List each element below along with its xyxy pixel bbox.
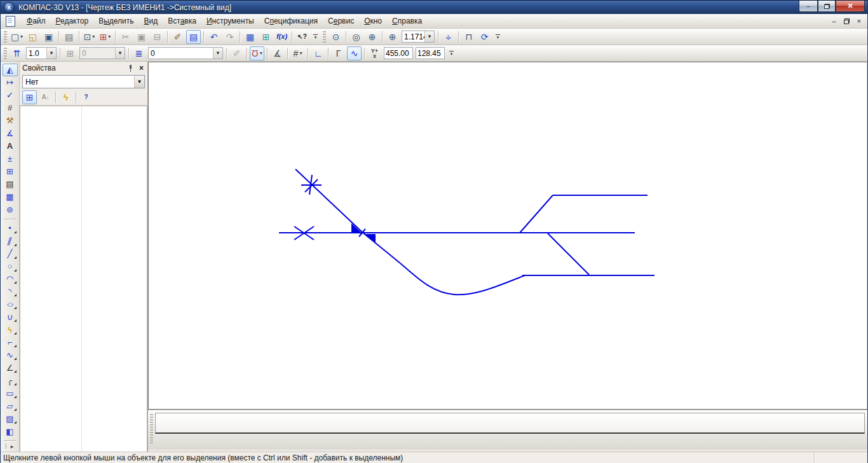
open-document-button[interactable]: ◱ xyxy=(25,30,40,44)
arc-3pt-tool[interactable]: ◝ xyxy=(3,285,18,298)
polyline-tool[interactable]: ⌐ xyxy=(3,336,18,349)
zoom-in-out-button[interactable]: ⊕ xyxy=(365,30,379,44)
save-button[interactable]: ▣ xyxy=(41,30,56,44)
properties-toggle-button[interactable]: ▤ xyxy=(186,30,201,44)
layer-combo[interactable]: 0▼ xyxy=(148,47,223,59)
angle-snap-button[interactable]: ∡ xyxy=(270,46,285,60)
insertions-panel-button[interactable]: ⊚ xyxy=(3,204,18,216)
coords-icon[interactable]: Y+x xyxy=(367,46,382,60)
print-button[interactable]: ▤ xyxy=(62,30,76,44)
quick-requery-button[interactable]: ϟ xyxy=(58,90,73,104)
menu-редактор[interactable]: Редактор xyxy=(51,15,94,27)
grid-panel-button[interactable]: # xyxy=(3,102,18,114)
chevron-down-icon[interactable]: ▾ xyxy=(92,34,95,39)
dimensions-panel-button[interactable]: ↦ xyxy=(3,76,18,89)
rectangle-tool[interactable]: ▭ xyxy=(3,387,18,399)
chevron-down-icon[interactable]: ▾ xyxy=(299,50,302,56)
toolbar-grip[interactable] xyxy=(323,31,326,43)
chevron-down-icon[interactable]: ▾ xyxy=(108,34,111,39)
rebuild-view-button[interactable]: ⊓ xyxy=(461,30,476,44)
toolbar-overflow-chevron[interactable]: ▾ xyxy=(447,46,456,60)
layers-button[interactable]: ≣ xyxy=(132,46,146,60)
chamfer-tool[interactable]: ∠ xyxy=(3,361,18,374)
close-button[interactable]: ✕ xyxy=(836,1,865,12)
zoom-frame-button[interactable]: ⊙ xyxy=(329,30,343,44)
text-styles-panel-button[interactable]: А xyxy=(3,140,18,153)
chevron-down-icon[interactable]: ▾ xyxy=(20,34,23,39)
zoom-selection-button[interactable]: ◎ xyxy=(349,30,363,44)
step-combo[interactable]: 1.0▼ xyxy=(26,47,57,59)
bezier-curve-tool[interactable]: ∿ xyxy=(3,349,18,361)
spec-editor-button[interactable]: ▦ xyxy=(243,30,257,44)
compact-panel-handle[interactable]: ⁞ ▸ xyxy=(5,443,15,452)
circle-tool[interactable]: ○ xyxy=(3,260,18,273)
minimize-button[interactable]: – xyxy=(799,1,818,12)
menu-вид[interactable]: Вид xyxy=(139,15,163,27)
transition-curve[interactable] xyxy=(400,263,525,294)
chevron-down-icon[interactable]: ▾ xyxy=(260,50,262,56)
undo-button[interactable]: ↶ xyxy=(207,30,221,44)
annotations-panel-button[interactable]: ✓ xyxy=(3,89,18,102)
print-preview-button[interactable]: ⊡▾ xyxy=(82,30,97,44)
page-setup-button[interactable]: ⊞▾ xyxy=(98,30,112,44)
chevron-down-icon[interactable]: ▼ xyxy=(424,31,434,42)
collect-contour-tool[interactable]: ▱ xyxy=(3,399,18,412)
zoom-scale-combo[interactable]: 1.1714▼ xyxy=(402,31,435,43)
toolbar-overflow-chevron[interactable]: ▾ xyxy=(311,30,320,44)
menu-справка[interactable]: Справка xyxy=(387,15,427,27)
chevron-down-icon[interactable]: ▼ xyxy=(46,48,56,59)
panel-close-icon[interactable]: × xyxy=(139,64,144,73)
toolbar-grip[interactable] xyxy=(4,48,7,59)
mdi-close-button[interactable]: × xyxy=(857,18,861,25)
current-step-button[interactable]: ⇈ xyxy=(10,46,24,60)
menu-вставка[interactable]: Вставка xyxy=(163,15,201,27)
branch-up-diagonal[interactable] xyxy=(520,195,553,233)
pin-icon[interactable] xyxy=(127,64,134,72)
chevron-down-icon[interactable]: ▼ xyxy=(213,48,222,59)
help-button[interactable]: ? xyxy=(79,90,93,104)
variables-fx-button[interactable]: f(x) xyxy=(275,30,289,44)
point-tool[interactable]: • xyxy=(3,222,18,235)
drawing-canvas[interactable] xyxy=(148,62,867,410)
menu-спецификация[interactable]: Спецификация xyxy=(259,15,323,27)
message-bar-grip[interactable] xyxy=(150,414,153,445)
round-snap-button[interactable]: ∿ xyxy=(347,46,362,60)
mdi-minimize-button[interactable]: – xyxy=(832,18,836,25)
measure-panel-button[interactable]: ◭ xyxy=(3,64,18,76)
coord-y-field[interactable]: 128.45 xyxy=(416,47,445,59)
message-line-field[interactable] xyxy=(155,413,865,434)
approach-diagonal-upper[interactable] xyxy=(295,169,362,232)
zoom-in-button[interactable]: ⊕ xyxy=(385,30,400,44)
views-panel-button[interactable]: ⊞ xyxy=(3,165,18,178)
format-brush-button[interactable]: ✐ xyxy=(170,30,185,44)
spline-tool[interactable]: ∪ xyxy=(3,310,18,323)
fillet-tool[interactable]: ╭ xyxy=(3,374,18,387)
pan-button[interactable]: ↔↕ xyxy=(441,30,456,44)
menu-окно[interactable]: Окно xyxy=(359,15,387,27)
menu-инструменты[interactable]: Инструменты xyxy=(201,15,259,27)
hatch-tool[interactable]: ▨ xyxy=(3,412,18,425)
new-document-button[interactable]: ▢▾ xyxy=(10,30,24,44)
aux-line-tool[interactable]: ∥ xyxy=(3,235,18,247)
parametrization-panel-button[interactable]: ∡ xyxy=(3,127,18,140)
restore-button[interactable] xyxy=(818,1,836,12)
document-manager-button[interactable]: ⊞ xyxy=(259,30,273,44)
chevron-down-icon[interactable]: ▼ xyxy=(134,76,144,88)
segment-tool[interactable]: ╱ xyxy=(3,247,18,260)
property-column-divider[interactable] xyxy=(81,106,82,452)
edit-panel-button[interactable]: ⚒ xyxy=(3,114,18,127)
help-pointer-button[interactable]: ↖? xyxy=(295,30,309,44)
specification-panel-button[interactable]: ▤ xyxy=(3,178,18,191)
mdi-restore-button[interactable] xyxy=(844,18,850,24)
toolbar-overflow-chevron[interactable]: ▾ xyxy=(494,30,502,44)
approach-diagonal-lower[interactable] xyxy=(362,232,400,263)
document-icon[interactable] xyxy=(6,16,15,27)
properties-panel-body[interactable] xyxy=(20,106,147,452)
plus-minus-panel-button[interactable]: ± xyxy=(3,153,18,165)
reports-panel-button[interactable]: ▦ xyxy=(3,191,18,204)
switch-triangle-left[interactable] xyxy=(351,223,361,232)
menu-файл[interactable]: Файл xyxy=(22,15,51,27)
menu-сервис[interactable]: Сервис xyxy=(323,15,359,27)
lightning-curve-tool[interactable]: ϟ xyxy=(3,323,18,336)
branch-down-diagonal[interactable] xyxy=(548,233,589,275)
